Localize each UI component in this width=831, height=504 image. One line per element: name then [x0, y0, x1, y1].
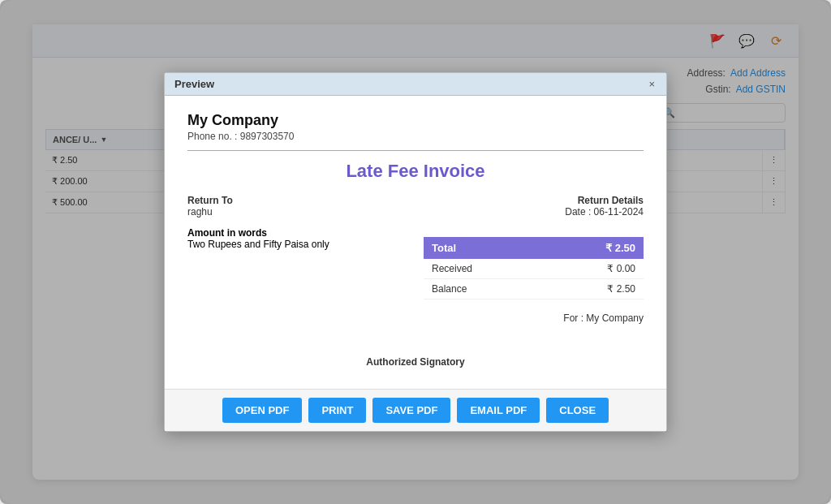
return-details-label: Return Details — [565, 195, 644, 206]
close-button[interactable]: CLOSE — [546, 398, 609, 423]
total-value: ₹ 2.50 — [545, 237, 644, 259]
invoice-title: Late Fee Invoice — [187, 161, 644, 182]
balance-row: Balance ₹ 2.50 — [424, 279, 644, 299]
invoice-meta-row: Return To raghu Return Details Date : 06… — [187, 195, 644, 218]
amount-in-words-label: Amount in words — [187, 227, 407, 239]
invoice-divider — [187, 150, 644, 151]
outer-container: 🚩 💬 ⟳ Address: Add Address Gstin: Add GS… — [0, 0, 831, 504]
modal-body: My Company Phone no. : 9897303570 Late F… — [165, 96, 666, 389]
total-label: Total — [424, 237, 545, 259]
modal-close-x-button[interactable]: × — [647, 79, 657, 89]
return-details-section: Return Details Date : 06-11-2024 — [565, 195, 644, 218]
totals-table-section: Total ₹ 2.50 Received ₹ 0.00 Balance ₹ 2… — [424, 227, 644, 299]
return-to-section: Return To raghu — [187, 195, 233, 218]
amount-in-words-section: Amount in words Two Rupees and Fifty Pai… — [187, 227, 407, 299]
authorized-signatory: Authorized Signatory — [187, 356, 644, 376]
date-value: Date : 06-11-2024 — [565, 206, 644, 218]
preview-modal: Preview × My Company Phone no. : 9897303… — [164, 72, 667, 432]
phone-number: Phone no. : 9897303570 — [187, 131, 644, 142]
save-pdf-button[interactable]: SAVE PDF — [372, 398, 450, 423]
modal-title: Preview — [174, 78, 214, 90]
received-label: Received — [424, 259, 545, 279]
company-name: My Company — [187, 112, 644, 129]
return-to-label: Return To — [187, 195, 233, 206]
amounts-section: Amount in words Two Rupees and Fifty Pai… — [187, 227, 644, 299]
total-row: Total ₹ 2.50 — [424, 237, 644, 259]
modal-footer: OPEN PDF PRINT SAVE PDF EMAIL PDF CLOSE — [165, 389, 666, 431]
balance-value: ₹ 2.50 — [545, 279, 644, 299]
amount-in-words-value: Two Rupees and Fifty Paisa only — [187, 239, 407, 250]
modal-overlay: Preview × My Company Phone no. : 9897303… — [0, 0, 831, 504]
email-pdf-button[interactable]: EMAIL PDF — [457, 398, 540, 423]
open-pdf-button[interactable]: OPEN PDF — [222, 398, 302, 423]
print-button[interactable]: PRINT — [308, 398, 366, 423]
received-row: Received ₹ 0.00 — [424, 259, 644, 279]
received-value: ₹ 0.00 — [545, 259, 644, 279]
return-to-value: raghu — [187, 206, 233, 218]
modal-titlebar: Preview × — [165, 73, 666, 96]
invoice-totals-table: Total ₹ 2.50 Received ₹ 0.00 Balance ₹ 2… — [424, 237, 644, 299]
invoice-for: For : My Company — [187, 312, 644, 324]
balance-label: Balance — [424, 279, 545, 299]
